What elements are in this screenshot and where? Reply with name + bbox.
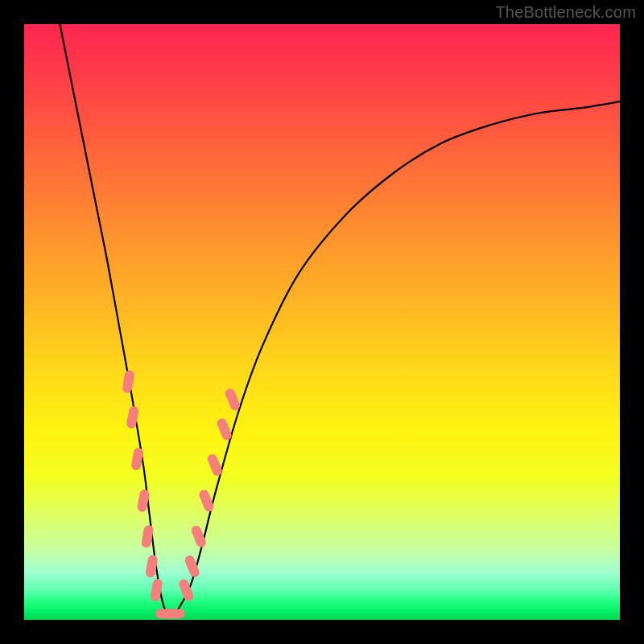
- curve-marker: [206, 452, 224, 477]
- plot-area: [24, 24, 620, 620]
- curve-marker: [130, 447, 144, 471]
- watermark-text: TheBottleneck.com: [495, 3, 636, 22]
- marker-group: [122, 369, 242, 618]
- curve-marker: [224, 387, 242, 411]
- chart-frame: TheBottleneck.com: [0, 0, 644, 644]
- curve-marker: [216, 417, 233, 441]
- curve-marker: [141, 525, 155, 549]
- curve-marker: [122, 369, 135, 394]
- curve-marker: [167, 609, 185, 619]
- curve-marker: [145, 555, 159, 579]
- chart-svg: [24, 24, 620, 620]
- bottleneck-curve: [60, 24, 620, 616]
